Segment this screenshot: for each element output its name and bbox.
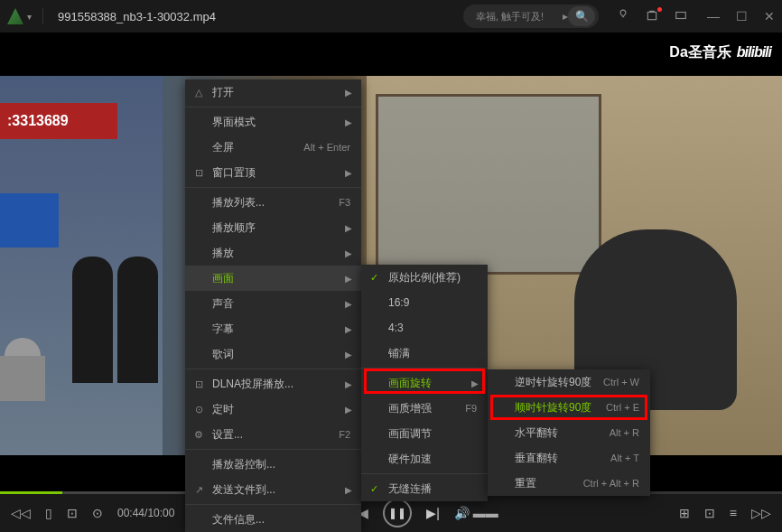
menu-item-icon: ⚙ [192,429,205,441]
menu-item-label: 歌词 [212,347,350,362]
menu-item[interactable]: 水平翻转Alt + R [488,420,650,445]
menu-shortcut: Ctrl + E [606,402,639,413]
menu-item[interactable]: 界面模式▶ [185,109,361,135]
menu-shortcut: Alt + T [610,453,639,463]
app-logo[interactable]: ▾ [7,8,32,24]
menu-item[interactable]: ✓无缝连播 [361,476,488,501]
menu-item-label: 窗口置顶 [212,165,350,181]
divider [42,8,43,24]
menu-item[interactable]: 文件信息... [185,507,361,532]
menu-item[interactable]: 播放顺序▶ [185,215,361,240]
menu-separator [185,449,361,450]
menu-shortcut: F2 [339,429,350,440]
menu-shortcut: Alt + Enter [303,142,350,153]
screenshot-button[interactable]: ⊡ [67,506,78,520]
chevron-right-icon: ▶ [345,168,352,178]
tool-icon-1[interactable] [617,9,631,23]
maximize-button[interactable]: ☐ [736,9,748,23]
scene-sign: :3313689 [0,103,117,139]
volume-icon[interactable]: 🔊 ▬▬ [454,506,498,520]
menu-item-label: 垂直翻转 [515,451,610,466]
context-menu-rotate: 逆时针旋转90度Ctrl + W顺时针旋转90度Ctrl + E水平翻转Alt … [488,369,650,496]
menu-item-icon: ⊡ [192,378,205,390]
menu-shortcut: F3 [339,197,350,208]
menu-item-label: 原始比例(推荐) [388,270,477,285]
check-icon: ✓ [370,483,378,495]
menu-item-label: 打开 [212,85,350,100]
chevron-right-icon: ▶ [345,88,352,98]
menu-item[interactable]: 歌词▶ [185,341,361,367]
play-pause-button[interactable]: ❚❚ [383,499,412,527]
next-frame-button[interactable]: ▷▷ [751,506,771,520]
menu-item-label: 设置... [212,427,339,443]
menu-item[interactable]: 声音▶ [185,291,361,316]
next-button[interactable]: ▶| [426,506,440,520]
menu-item[interactable]: ✓原始比例(推荐) [361,265,488,290]
chevron-down-icon[interactable]: ▾ [27,12,32,22]
menu-item[interactable]: 4:3 [361,315,488,341]
menu-item-label: 顺时针旋转90度 [515,400,606,415]
menu-item[interactable]: 画面▶ [185,266,361,291]
menu-item[interactable]: 逆时针旋转90度Ctrl + W [488,369,650,395]
menu-separator [185,504,361,505]
option-button[interactable]: ⊡ [704,506,715,520]
menu-item-label: 声音 [212,296,350,312]
chevron-right-icon: ▶ [345,485,352,495]
chevron-right-icon: ▶ [345,248,352,258]
menu-item-label: 硬件加速 [388,452,477,467]
menu-item[interactable]: 重置Ctrl + Alt + R [488,471,650,496]
menu-item[interactable]: 硬件加速 [361,446,488,471]
chevron-right-icon: ▶ [345,379,352,389]
notification-dot [657,7,662,12]
menu-item[interactable]: △打开▶ [185,79,361,105]
menu-item[interactable]: 铺满 [361,341,488,366]
menu-item[interactable]: 垂直翻转Alt + T [488,445,650,471]
menu-item[interactable]: 16:9 [361,290,488,315]
menu-item[interactable]: ⊡窗口置顶▶ [185,160,361,185]
menu-item[interactable]: 字幕▶ [185,316,361,341]
minimize-button[interactable]: — [707,9,720,23]
close-button[interactable]: ✕ [764,9,775,23]
chevron-right-icon: ▶ [345,274,352,284]
logo-icon [7,8,23,24]
menu-item[interactable]: 画面旋转▶ [361,370,488,396]
menu-item[interactable]: 画面调节 [361,421,488,446]
menu-item[interactable]: ⊡DLNA投屏播放...▶ [185,371,361,397]
stop-button[interactable]: ▯ [45,506,52,520]
record-button[interactable]: ⊙ [92,506,103,520]
menu-item[interactable]: 画质增强F9 [361,396,488,421]
menu-separator [185,369,361,369]
menu-item-label: 画面调节 [388,426,477,442]
menu-item-icon: ⊡ [192,167,205,179]
tool-icon-3[interactable] [675,9,689,23]
chevron-right-icon: ▶ [345,405,352,415]
menu-item[interactable]: ⚙设置...F2 [185,422,361,447]
chevron-right-icon: ▶ [471,378,479,388]
menu-separator [185,187,361,188]
playlist-button[interactable]: ≡ [730,506,737,520]
menu-item-icon: △ [192,87,205,98]
search-box[interactable]: 幸福, 触手可及! ▸ 🔍 [463,5,599,28]
tool-icon-2[interactable] [646,9,660,23]
chevron-right-icon: ▶ [345,350,352,359]
menu-item[interactable]: 播放▶ [185,240,361,266]
prev-frame-button[interactable]: ◁◁ [11,506,31,520]
menu-item[interactable]: 顺时针旋转90度Ctrl + E [488,395,650,420]
menu-item[interactable]: ↗发送文件到...▶ [185,477,361,502]
menu-shortcut: Ctrl + W [603,377,639,387]
menu-item[interactable]: 播放列表...F3 [185,190,361,215]
menu-item[interactable]: 播放器控制... [185,452,361,477]
menu-item-label: 重置 [515,476,583,491]
menu-item-label: 播放顺序 [212,220,350,236]
title-bar: ▾ 991558388_nb3-1-30032.mp4 幸福, 触手可及! ▸ … [0,0,782,33]
menu-item[interactable]: 全屏Alt + Enter [185,135,361,160]
check-icon: ✓ [370,272,378,284]
time-display: 00:44/10:00 [117,507,174,519]
search-placeholder: 幸福, 触手可及! [476,10,563,23]
mode-button[interactable]: ⊞ [679,506,690,520]
search-icon: 🔍 [575,10,589,23]
svg-rect-0 [647,13,656,20]
menu-item[interactable]: ⊙定时▶ [185,397,361,422]
menu-separator [361,473,488,474]
search-button[interactable]: 🔍 [568,6,595,26]
